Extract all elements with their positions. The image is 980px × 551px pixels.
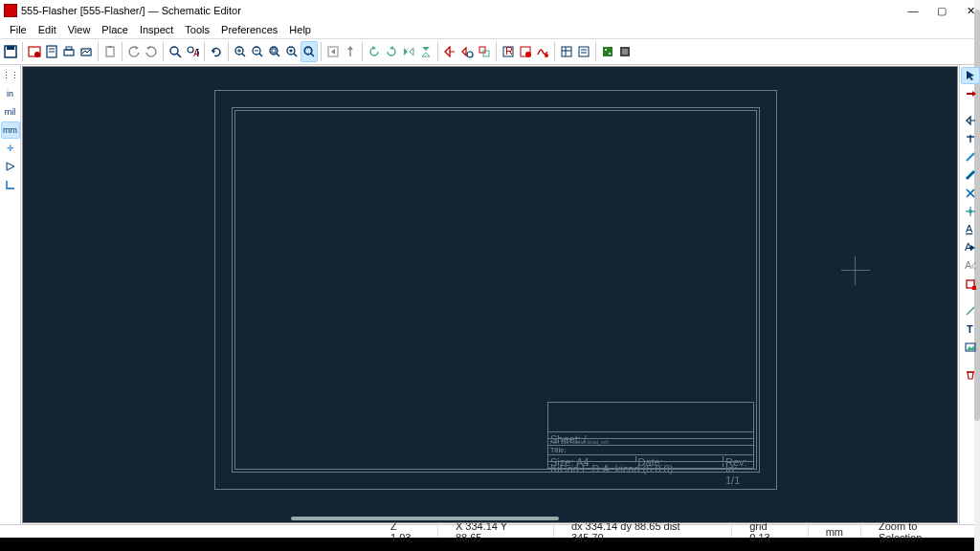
status-unit[interactable]: mm: [808, 525, 860, 538]
svg-line-23: [242, 54, 245, 56]
symbol-browser-icon[interactable]: [458, 41, 476, 62]
add-power-icon[interactable]: [961, 130, 980, 147]
svg-marker-19: [212, 50, 215, 54]
add-hier-label-icon[interactable]: A◇: [961, 257, 980, 275]
menu-inspect[interactable]: Inspect: [134, 24, 179, 35]
add-wire-icon[interactable]: [961, 148, 980, 165]
mirror-v-icon[interactable]: [417, 41, 434, 62]
unit-mm-icon[interactable]: mm: [1, 121, 20, 139]
svg-marker-40: [372, 46, 376, 50]
svg-marker-46: [445, 47, 450, 56]
add-bus-icon[interactable]: [961, 166, 980, 184]
rotate-ccw-icon[interactable]: [366, 41, 383, 62]
title-bar: 555-Flasher [555-Flasher/] — Schematic E…: [0, 0, 980, 21]
svg-point-14: [170, 47, 178, 55]
zoom-objects-icon[interactable]: [283, 41, 301, 62]
svg-rect-1: [7, 46, 14, 50]
free-angle-icon[interactable]: [1, 176, 20, 193]
menu-preferences[interactable]: Preferences: [215, 24, 283, 35]
schematic-setup-icon[interactable]: [26, 41, 43, 62]
mirror-h-icon[interactable]: [400, 41, 417, 62]
hidden-pins-icon[interactable]: [1, 158, 20, 175]
add-image-icon[interactable]: [961, 339, 980, 356]
zoom-selection-icon[interactable]: [301, 41, 318, 62]
add-junction-icon[interactable]: [961, 203, 980, 220]
menu-file[interactable]: File: [4, 24, 33, 35]
unit-mil-icon[interactable]: mil: [1, 103, 20, 121]
bom-icon[interactable]: [575, 41, 592, 62]
add-label-icon[interactable]: A: [961, 221, 980, 238]
zoom-in-icon[interactable]: [232, 41, 249, 62]
schematic-canvas[interactable]: Sheet: / File: 555-Flasher.kicad_sch Tit…: [22, 66, 958, 523]
svg-marker-72: [967, 117, 970, 124]
svg-text:R: R: [505, 45, 513, 56]
svg-line-89: [967, 307, 974, 315]
redo-icon[interactable]: [143, 41, 160, 62]
save-icon[interactable]: [2, 41, 19, 62]
update-pcb-icon[interactable]: [616, 41, 634, 62]
status-bar: Z 1.03 X 334.14 Y 88.65 dx 334.14 dy 88.…: [0, 524, 980, 538]
highlight-net-icon[interactable]: [961, 85, 980, 102]
print-icon[interactable]: [60, 41, 78, 62]
add-line-icon[interactable]: [961, 302, 980, 320]
zoom-fit-icon[interactable]: [266, 41, 283, 62]
rotate-cw-icon[interactable]: [383, 41, 400, 62]
grid-dots-icon[interactable]: ⋮⋮: [1, 67, 20, 84]
menu-view[interactable]: View: [62, 24, 97, 35]
menu-help[interactable]: Help: [283, 24, 317, 35]
annotate-icon[interactable]: R: [500, 41, 517, 62]
pcb-editor-icon[interactable]: [599, 41, 616, 62]
app-icon: [4, 4, 17, 17]
undo-icon[interactable]: [125, 41, 143, 62]
svg-rect-28: [272, 49, 276, 53]
add-global-label-icon[interactable]: A: [961, 239, 980, 256]
minimize-button[interactable]: —: [905, 5, 921, 16]
zoom-out-icon[interactable]: [249, 41, 266, 62]
find-replace-icon[interactable]: AB: [184, 41, 201, 62]
svg-marker-68: [7, 163, 14, 170]
add-sheet-icon[interactable]: [961, 276, 980, 293]
add-noconnect-icon[interactable]: [961, 185, 980, 202]
erc-icon[interactable]: [517, 41, 534, 62]
add-text-icon[interactable]: T: [961, 320, 980, 338]
simulator-icon[interactable]: [534, 41, 551, 62]
symbol-editor-icon[interactable]: [441, 41, 458, 62]
svg-marker-48: [462, 48, 466, 55]
svg-marker-13: [146, 46, 150, 50]
page-settings-icon[interactable]: [43, 41, 60, 62]
plot-icon[interactable]: [78, 41, 95, 62]
menu-edit[interactable]: Edit: [33, 24, 62, 35]
svg-point-3: [34, 52, 40, 57]
svg-rect-67: [622, 49, 628, 55]
svg-line-77: [967, 171, 974, 179]
nav-up-icon[interactable]: [342, 41, 359, 62]
refresh-icon[interactable]: [208, 41, 225, 62]
cursor-full-icon[interactable]: ✛: [1, 140, 20, 157]
delete-icon[interactable]: [961, 365, 980, 383]
svg-rect-51: [483, 51, 489, 56]
symbol-fields-icon[interactable]: [558, 41, 575, 62]
svg-line-32: [294, 54, 297, 56]
svg-rect-10: [106, 47, 114, 56]
menu-place[interactable]: Place: [96, 24, 134, 35]
svg-marker-93: [968, 372, 973, 379]
horizontal-scrollbar[interactable]: [291, 517, 559, 520]
add-symbol-icon[interactable]: [961, 112, 980, 129]
maximize-button[interactable]: ▢: [934, 5, 949, 17]
status-grid[interactable]: grid 0.13: [731, 525, 807, 538]
nav-back-icon[interactable]: [324, 41, 342, 62]
svg-line-35: [311, 54, 314, 56]
status-zoommode[interactable]: Zoom to Selection: [860, 525, 980, 538]
paste-icon[interactable]: [101, 41, 119, 62]
find-icon[interactable]: [167, 41, 184, 62]
unit-in-icon[interactable]: in: [1, 85, 20, 102]
select-tool-icon[interactable]: [961, 67, 980, 84]
svg-text:A◇: A◇: [965, 260, 976, 271]
svg-marker-85: [970, 245, 975, 251]
svg-marker-44: [422, 47, 430, 51]
menu-tools[interactable]: Tools: [179, 24, 215, 35]
svg-rect-60: [579, 47, 589, 56]
svg-marker-92: [967, 345, 974, 350]
footprint-assign-icon[interactable]: [476, 41, 493, 62]
svg-rect-34: [305, 48, 311, 54]
